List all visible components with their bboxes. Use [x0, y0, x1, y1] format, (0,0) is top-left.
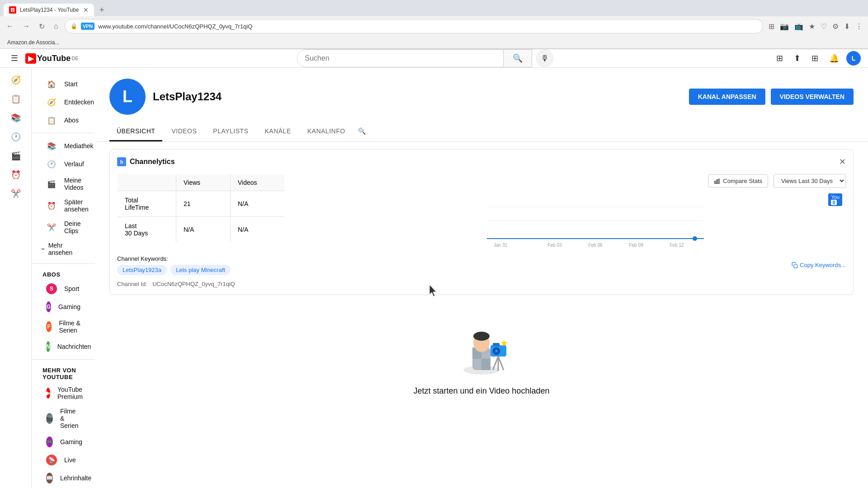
url-bar[interactable]: 🔒 VPN www.youtube.com/channel/UCocN6zQPH… — [65, 19, 763, 33]
sidebar-channel-gaming[interactable]: G Gaming — [35, 298, 91, 316]
upload-button[interactable]: ⬆ — [790, 50, 804, 67]
back-button[interactable]: ← — [4, 20, 16, 32]
kanal-anpassen-button[interactable]: KANAL ANPASSEN — [689, 89, 765, 105]
cast-icon[interactable]: 📺 — [793, 20, 805, 33]
sidebar-label-filme: Filme & Serien — [59, 319, 80, 334]
chart-svg: Jan 31 Feb 03 Feb 06 Feb 09 Feb 12 — [345, 193, 846, 248]
tab-playlists[interactable]: PLAYLISTS — [206, 122, 255, 141]
mini-sidebar-subscriptions[interactable]: 📋 — [0, 90, 31, 108]
header-right: ⊞ ⬆ ⊞ 🔔 L — [773, 50, 861, 67]
mini-subs-icon: 📋 — [11, 94, 21, 104]
compare-stats-button[interactable]: Compare Stats — [708, 174, 768, 188]
tab-search-icon[interactable]: 🔍 — [354, 122, 369, 141]
sidebar-live[interactable]: 📡 Live — [35, 451, 91, 469]
tab-close-btn[interactable]: ✕ — [83, 6, 89, 14]
mini-sidebar-myvideos[interactable]: 🎬 — [0, 147, 31, 164]
home-button[interactable]: ⌂ — [51, 20, 61, 32]
sidebar-gaming2[interactable]: 🎮 Gaming — [35, 433, 91, 451]
tab-kanalinfo[interactable]: KANALINFO — [300, 122, 353, 141]
notifications-button[interactable]: 🔔 — [826, 50, 843, 67]
empty-state-text: Jetzt starten und ein Video hochladen — [414, 386, 550, 396]
compare-stats-label: Compare Stats — [723, 178, 762, 184]
mini-sidebar-watchlater[interactable]: ⏰ — [0, 166, 31, 183]
youtube-logo[interactable]: ▶ YouTube DE — [25, 53, 79, 64]
keywords-left: Channel Keywords: LetsPlay1923a Lets pla… — [117, 255, 231, 275]
sidebar-channel-filme[interactable]: F Filme & Serien — [35, 316, 91, 338]
bookmark-amazon[interactable]: Amazon.de Associa... — [4, 38, 63, 47]
sidebar-item-verlauf[interactable]: 🕐 Verlauf — [35, 155, 91, 173]
active-tab[interactable]: LetsPlay1234 - YouTube ✕ — [4, 4, 94, 16]
apps-grid-button[interactable]: ⊞ — [808, 50, 822, 67]
svg-rect-3 — [13, 10, 15, 12]
sidebar-item-entdecken[interactable]: 🧭 Entdecken — [35, 93, 91, 111]
sidebar-more-button[interactable]: › Mehr ansehen — [32, 238, 95, 260]
lehrinhalte-avatar: 📖 — [46, 473, 53, 483]
svg-rect-4 — [715, 181, 716, 183]
tab-videos[interactable]: VIDEOS — [164, 122, 204, 141]
sidebar-lehrinhalte[interactable]: 📖 Lehrinhalte — [35, 469, 91, 487]
sidebar-channel-nachrichten[interactable]: N Nachrichten — [35, 338, 91, 356]
mic-button[interactable]: 🎙 — [536, 49, 554, 67]
svg-point-27 — [495, 350, 497, 352]
sidebar-label-nachrichten: Nachrichten — [57, 343, 91, 350]
logo-area: ☰ ▶ YouTube DE — [7, 50, 79, 67]
user-avatar[interactable]: L — [846, 51, 861, 66]
sidebar-label-spater: Später ansehen — [64, 198, 89, 213]
hamburger-menu-button[interactable]: ☰ — [7, 50, 22, 67]
sidebar-item-start[interactable]: 🏠 Start — [35, 75, 91, 93]
mini-sidebar-clips[interactable]: ✂️ — [0, 185, 31, 202]
svg-rect-20 — [481, 359, 491, 370]
keyword-tag-2: Lets play Minecraft — [170, 265, 231, 275]
tab-kanale[interactable]: KANÄLE — [257, 122, 298, 141]
channelytics-panel: b Channelytics ✕ — [109, 149, 854, 295]
tab-ubersicht-label: ÜBERSICHT — [117, 127, 155, 135]
browser-chrome: LetsPlay1234 - YouTube ✕ + ← → ↻ ⌂ 🔒 VPN… — [0, 0, 868, 49]
reload-button[interactable]: ↻ — [36, 20, 47, 33]
sidebar-item-spater[interactable]: ⏰ Später ansehen — [35, 195, 91, 216]
settings-icon[interactable]: ⚙ — [830, 20, 840, 33]
mini-sidebar-home[interactable]: 🏠 — [0, 68, 31, 70]
sidebar-item-meinevideos[interactable]: 🎬 Meine Videos — [35, 173, 91, 195]
sidebar-label-clips: Deine Clips — [64, 220, 81, 235]
tab-playlists-label: PLAYLISTS — [213, 127, 248, 135]
views-dropdown[interactable]: Views Last 30 Days — [774, 174, 846, 188]
channel-actions: KANAL ANPASSEN VIDEOS VERWALTEN — [689, 89, 854, 105]
sidebar-item-clips[interactable]: ✂️ Deine Clips — [35, 216, 91, 238]
nachrichten-avatar: N — [46, 341, 50, 352]
sidebar-label-ytpremium: YouTube Premium — [57, 386, 83, 400]
new-tab-button[interactable]: + — [96, 5, 108, 15]
ytpremium-avatar: ▶ — [46, 388, 50, 399]
panel-title-area: b Channelytics — [117, 157, 175, 166]
mini-sidebar-library[interactable]: 📚 — [0, 109, 31, 127]
keywords-section: Channel Keywords: LetsPlay1923a Lets pla… — [117, 255, 846, 275]
copy-keywords-button[interactable]: Copy Keywords... — [792, 262, 846, 268]
menu-icon[interactable]: ⋮ — [854, 20, 864, 33]
extensions-icon[interactable]: ⊞ — [767, 20, 776, 33]
download-icon[interactable]: ⬇ — [842, 20, 852, 33]
search-button[interactable]: 🔍 — [503, 50, 532, 67]
panel-close-button[interactable]: ✕ — [839, 157, 846, 167]
screenshot-icon[interactable]: 📷 — [778, 20, 791, 33]
tab-ubersicht[interactable]: ÜBERSICHT — [109, 122, 162, 141]
mini-later-icon: ⏰ — [11, 170, 21, 180]
sidebar-filme-serien[interactable]: 🎬 Filme & Serien — [35, 404, 91, 433]
tab-videos-label: VIDEOS — [171, 127, 197, 135]
videos-verwalten-button[interactable]: VIDEOS VERWALTEN — [771, 89, 854, 105]
total-views-value: 21 — [184, 200, 191, 207]
sidebar-yt-premium[interactable]: ▶ YouTube Premium — [35, 382, 91, 404]
home-icon: 🏠 — [46, 79, 57, 89]
sidebar-item-abos[interactable]: 📋 Abos — [35, 111, 91, 129]
svg-rect-2 — [11, 10, 13, 12]
stats-chart-container: Views Videos TotalLi — [117, 174, 846, 248]
mini-sidebar-explore[interactable]: 🧭 — [0, 71, 31, 89]
channel-header: L LetsPlay1234 KANAL ANPASSEN VIDEOS VER… — [95, 68, 868, 115]
search-input[interactable] — [297, 51, 503, 66]
mini-sidebar-history[interactable]: 🕐 — [0, 128, 31, 145]
keywords-list: LetsPlay1923a Lets play Minecraft — [117, 265, 231, 275]
sidebar-item-mediathek[interactable]: 📚 Mediathek — [35, 137, 91, 155]
heart-icon[interactable]: ♡ — [819, 20, 829, 33]
bookmark-star-icon[interactable]: ★ — [807, 20, 817, 33]
sidebar-channel-sport[interactable]: S Sport — [35, 280, 91, 298]
grid-apps-button[interactable]: ⊞ — [773, 50, 787, 67]
forward-button[interactable]: → — [20, 20, 33, 32]
